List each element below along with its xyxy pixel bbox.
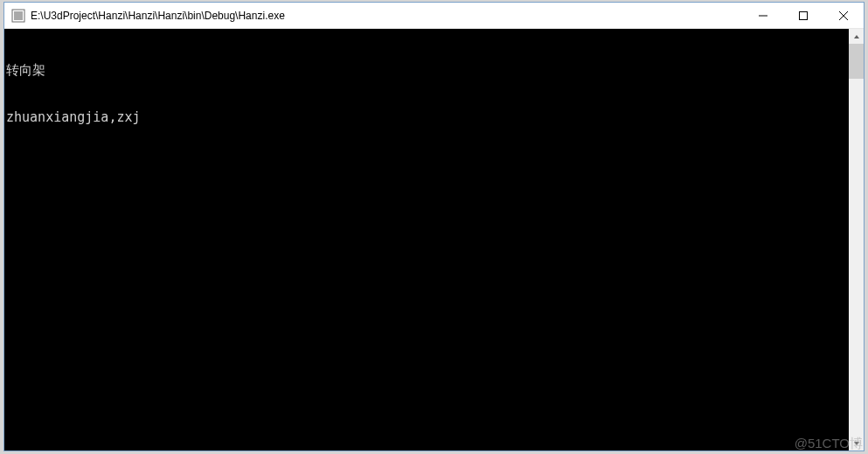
svg-rect-1: [14, 11, 23, 20]
console-output[interactable]: 转向架 zhuanxiangjia,zxj: [4, 29, 849, 451]
maximize-button[interactable]: [783, 3, 823, 28]
console-window: E:\U3dProject\Hanzi\Hanzi\Hanzi\bin\Debu…: [3, 2, 865, 451]
client-area: 转向架 zhuanxiangjia,zxj: [4, 29, 864, 451]
scroll-up-button[interactable]: [849, 29, 864, 44]
console-line: 转向架: [4, 62, 849, 78]
console-line: zhuanxiangjia,zxj: [4, 109, 849, 125]
scroll-down-button[interactable]: [849, 436, 864, 451]
svg-marker-6: [854, 35, 859, 38]
app-icon: [11, 9, 25, 23]
svg-rect-3: [800, 11, 808, 19]
vertical-scrollbar[interactable]: [849, 29, 864, 451]
titlebar[interactable]: E:\U3dProject\Hanzi\Hanzi\Hanzi\bin\Debu…: [4, 3, 864, 29]
window-title: E:\U3dProject\Hanzi\Hanzi\Hanzi\bin\Debu…: [31, 10, 743, 22]
window-controls: [743, 3, 864, 28]
scroll-track[interactable]: [849, 44, 864, 436]
scroll-thumb[interactable]: [849, 44, 864, 79]
minimize-button[interactable]: [743, 3, 783, 28]
svg-marker-7: [854, 442, 859, 445]
close-button[interactable]: [823, 3, 864, 28]
